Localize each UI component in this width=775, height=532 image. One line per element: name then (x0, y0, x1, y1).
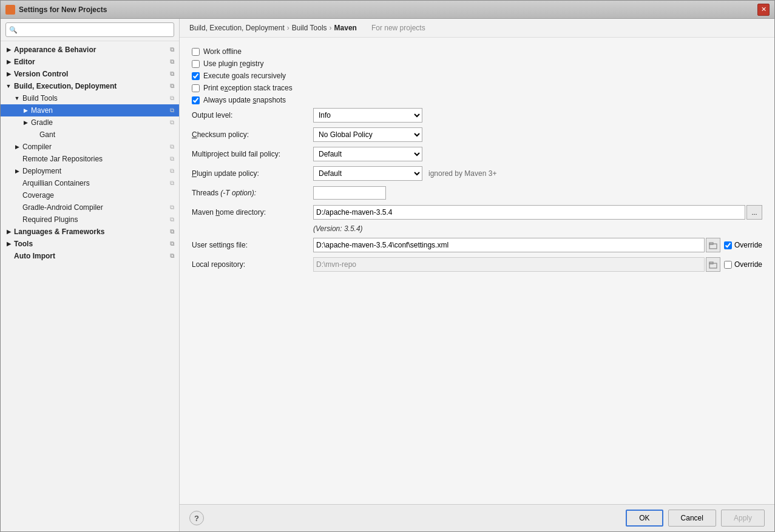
user-settings-browse-button[interactable] (706, 238, 720, 252)
cancel-button[interactable]: Cancel (668, 510, 716, 527)
window-title: Settings for New Projects (19, 5, 757, 14)
sidebar-item-gradle[interactable]: ▶ Gradle ⧉ (1, 116, 179, 129)
sidebar-item-coverage[interactable]: Coverage (1, 189, 179, 201)
sidebar-label-compiler: Compiler (22, 143, 52, 151)
breadcrumb-part-1: Build, Execution, Deployment (189, 24, 285, 32)
ignored-note: ignored by Maven 3+ (428, 169, 496, 178)
checkbox-print-exception-row: Print exception stack traces (192, 84, 762, 92)
sidebar-item-tools[interactable]: ▶ Tools ⧉ (1, 238, 179, 250)
search-box: 🔍 (1, 19, 179, 41)
copy-icon: ⧉ (170, 240, 174, 247)
sidebar-item-gradle-android[interactable]: Gradle-Android Compiler ⧉ (1, 201, 179, 214)
chevron-right-icon: ▶ (22, 120, 29, 126)
local-repository-browse-button[interactable] (706, 257, 720, 272)
sidebar-item-auto-import[interactable]: Auto Import ⧉ (1, 250, 179, 262)
maven-home-label: Maven home directory: (192, 208, 313, 217)
local-repository-override-container: Override (724, 260, 762, 269)
content-area: 🔍 ▶ Appearance & Behavior ⧉ ▶ Editor ⧉ (1, 19, 774, 531)
sidebar-item-editor[interactable]: ▶ Editor ⧉ (1, 56, 179, 68)
local-repository-input[interactable] (313, 257, 705, 272)
action-buttons: OK Cancel Apply (626, 510, 765, 527)
sidebar-item-version-control[interactable]: ▶ Version Control ⧉ (1, 68, 179, 80)
sidebar-label-gradle-android: Gradle-Android Compiler (22, 203, 103, 212)
chevron-right-icon: ▶ (5, 47, 12, 53)
sidebar-item-appearance[interactable]: ▶ Appearance & Behavior ⧉ (1, 44, 179, 56)
sidebar-label-arquillian: Arquillian Containers (22, 179, 90, 187)
spacer (14, 204, 20, 210)
sidebar-label-languages: Languages & Frameworks (14, 227, 104, 236)
breadcrumb-current: Maven (334, 24, 357, 32)
maven-home-browse-button[interactable]: ... (746, 205, 762, 220)
sidebar-item-languages[interactable]: ▶ Languages & Frameworks ⧉ (1, 226, 179, 238)
sidebar-item-gant[interactable]: Gant (1, 129, 179, 141)
sidebar-item-required-plugins[interactable]: Required Plugins ⧉ (1, 214, 179, 226)
spacer (5, 253, 12, 259)
print-exception-checkbox[interactable] (192, 84, 200, 92)
chevron-right-icon: ▶ (5, 71, 12, 77)
ok-button[interactable]: OK (626, 510, 663, 527)
chevron-down-icon: ▼ (14, 95, 20, 101)
user-settings-input[interactable] (313, 238, 705, 252)
chevron-right-icon: ▶ (14, 168, 20, 174)
breadcrumb-hint: For new projects (371, 24, 425, 32)
always-update-checkbox[interactable] (192, 96, 200, 104)
checkbox-always-update-row: Always update snapshots (192, 96, 762, 104)
help-button[interactable]: ? (189, 511, 204, 525)
checkbox-plugin-registry-row: Use plugin registry (192, 59, 762, 68)
checkbox-work-offline-row: Work offline (192, 47, 762, 56)
sidebar-label-deployment: Deployment (22, 167, 61, 175)
maven-home-input[interactable] (313, 205, 745, 220)
sidebar-label-remote-jar: Remote Jar Repositories (22, 155, 103, 163)
chevron-right-icon: ▶ (5, 241, 12, 247)
sidebar-label-appearance: Appearance & Behavior (14, 45, 96, 54)
use-plugin-registry-checkbox[interactable] (192, 60, 200, 68)
user-settings-override-checkbox[interactable] (724, 241, 732, 249)
spacer (14, 156, 20, 162)
local-repository-override-checkbox[interactable] (724, 261, 732, 269)
sidebar: 🔍 ▶ Appearance & Behavior ⧉ ▶ Editor ⧉ (1, 19, 180, 531)
copy-icon: ⧉ (170, 204, 174, 211)
form-area: Work offline Use plugin registry Execute… (180, 38, 774, 504)
copy-icon: ⧉ (170, 252, 174, 260)
sidebar-label-tools: Tools (14, 240, 33, 248)
sidebar-label-gant: Gant (39, 130, 55, 139)
close-button[interactable]: ✕ (757, 4, 770, 16)
threads-row: Threads (-T option): (192, 186, 762, 200)
sidebar-item-build-exec[interactable]: ▼ Build, Execution, Deployment ⧉ (1, 80, 179, 92)
multiproject-fail-select[interactable]: Default Always Never AtEnd AfterSuite (313, 147, 422, 161)
output-level-row: Output level: Info Debug Quiet (192, 108, 762, 123)
threads-label: Threads (-T option): (192, 189, 313, 197)
user-settings-override-label: Override (734, 241, 762, 249)
spacer (14, 217, 20, 223)
copy-icon: ⧉ (170, 143, 174, 150)
plugin-update-select[interactable]: Default Always Never (313, 166, 422, 181)
nav-tree: ▶ Appearance & Behavior ⧉ ▶ Editor ⧉ ▶ V… (1, 41, 179, 531)
settings-window: Settings for New Projects ✕ 🔍 ▶ Appearan… (0, 0, 775, 532)
spacer (31, 132, 37, 138)
checksum-policy-select[interactable]: No Global Policy Warn Fail Ignore (313, 127, 422, 142)
search-input[interactable] (5, 22, 174, 37)
sidebar-item-deployment[interactable]: ▶ Deployment ⧉ (1, 165, 179, 177)
multiproject-fail-row: Multiproject build fail policy: Default … (192, 147, 762, 161)
copy-icon: ⧉ (170, 119, 174, 126)
sidebar-label-maven: Maven (31, 106, 53, 115)
threads-input[interactable] (313, 186, 386, 200)
apply-button[interactable]: Apply (721, 510, 765, 527)
copy-icon: ⧉ (170, 228, 174, 235)
breadcrumb-part-2: Build Tools (292, 24, 327, 32)
copy-icon: ⧉ (170, 155, 174, 163)
sidebar-item-build-tools[interactable]: ▼ Build Tools ⧉ (1, 92, 179, 104)
bottom-bar: ? OK Cancel Apply (180, 504, 774, 531)
output-level-select[interactable]: Info Debug Quiet (313, 108, 422, 123)
execute-goals-checkbox[interactable] (192, 72, 200, 80)
chevron-right-icon: ▶ (5, 229, 12, 235)
work-offline-checkbox[interactable] (192, 48, 200, 56)
checkbox-execute-goals-row: Execute goals recursively (192, 72, 762, 80)
sidebar-label-auto-import: Auto Import (14, 252, 55, 260)
sidebar-label-editor: Editor (14, 58, 35, 66)
sidebar-item-arquillian[interactable]: Arquillian Containers ⧉ (1, 177, 179, 189)
sidebar-item-remote-jar[interactable]: Remote Jar Repositories ⧉ (1, 153, 179, 165)
sidebar-item-compiler[interactable]: ▶ Compiler ⧉ (1, 141, 179, 153)
sidebar-item-maven[interactable]: ▶ Maven ⧉ (1, 104, 179, 116)
multiproject-fail-label: Multiproject build fail policy: (192, 150, 313, 158)
